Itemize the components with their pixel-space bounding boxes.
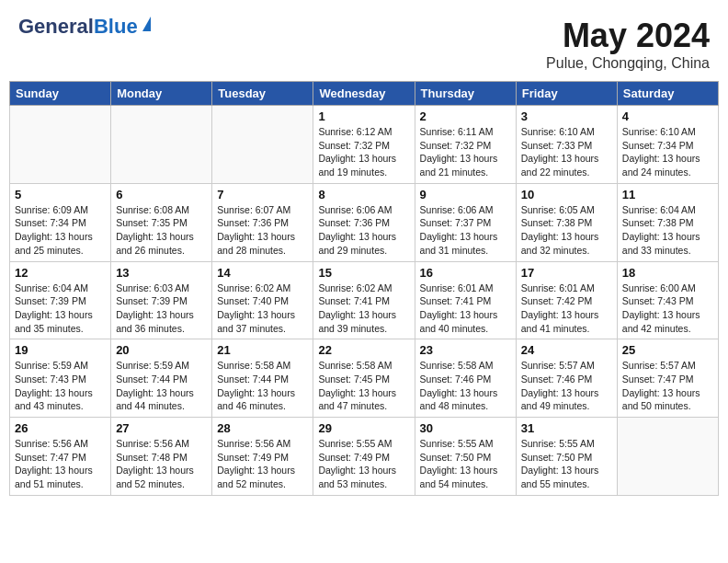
day-info: Sunrise: 5:59 AM Sunset: 7:43 PM Dayligh… xyxy=(15,359,106,413)
calendar-cell: 4Sunrise: 6:10 AM Sunset: 7:34 PM Daylig… xyxy=(617,106,718,184)
day-number: 5 xyxy=(15,188,106,201)
calendar-cell: 27Sunrise: 5:56 AM Sunset: 7:48 PM Dayli… xyxy=(111,418,212,496)
calendar-cell: 17Sunrise: 6:01 AM Sunset: 7:42 PM Dayli… xyxy=(516,261,617,339)
weekday-header-wednesday: Wednesday xyxy=(313,82,415,106)
calendar-cell: 2Sunrise: 6:11 AM Sunset: 7:32 PM Daylig… xyxy=(415,106,516,184)
weekday-header-tuesday: Tuesday xyxy=(212,82,313,106)
weekday-header-thursday: Thursday xyxy=(415,82,516,106)
day-info: Sunrise: 5:57 AM Sunset: 7:47 PM Dayligh… xyxy=(622,359,713,413)
calendar-cell: 25Sunrise: 5:57 AM Sunset: 7:47 PM Dayli… xyxy=(617,339,718,418)
logo: GeneralBlue xyxy=(18,17,142,37)
day-number: 10 xyxy=(521,188,612,201)
calendar-cell: 15Sunrise: 6:02 AM Sunset: 7:41 PM Dayli… xyxy=(313,261,415,339)
calendar-cell: 16Sunrise: 6:01 AM Sunset: 7:41 PM Dayli… xyxy=(415,261,516,339)
calendar-cell: 21Sunrise: 5:58 AM Sunset: 7:44 PM Dayli… xyxy=(212,339,313,418)
calendar-cell: 31Sunrise: 5:55 AM Sunset: 7:50 PM Dayli… xyxy=(516,418,617,496)
calendar-cell: 28Sunrise: 5:56 AM Sunset: 7:49 PM Dayli… xyxy=(212,418,313,496)
calendar-week-row: 26Sunrise: 5:56 AM Sunset: 7:47 PM Dayli… xyxy=(10,418,719,496)
calendar-cell: 24Sunrise: 5:57 AM Sunset: 7:46 PM Dayli… xyxy=(516,339,617,418)
calendar-cell xyxy=(617,418,718,496)
calendar-cell: 5Sunrise: 6:09 AM Sunset: 7:34 PM Daylig… xyxy=(10,183,111,261)
calendar-cell: 6Sunrise: 6:08 AM Sunset: 7:35 PM Daylig… xyxy=(111,183,212,261)
logo-blue-text: Blue xyxy=(94,15,138,38)
day-number: 25 xyxy=(622,343,713,357)
day-info: Sunrise: 6:04 AM Sunset: 7:38 PM Dayligh… xyxy=(622,203,713,258)
day-info: Sunrise: 5:56 AM Sunset: 7:47 PM Dayligh… xyxy=(15,437,106,491)
day-number: 9 xyxy=(420,188,511,201)
day-number: 24 xyxy=(521,343,612,357)
day-number: 20 xyxy=(116,343,207,357)
calendar-cell: 22Sunrise: 5:58 AM Sunset: 7:45 PM Dayli… xyxy=(313,339,415,418)
calendar-table: SundayMondayTuesdayWednesdayThursdayFrid… xyxy=(9,81,719,496)
day-number: 11 xyxy=(622,188,713,201)
calendar-cell: 9Sunrise: 6:06 AM Sunset: 7:37 PM Daylig… xyxy=(415,183,516,261)
page-header: GeneralBlue May 2024 Pulue, Chongqing, C… xyxy=(9,9,719,75)
calendar-cell: 13Sunrise: 6:03 AM Sunset: 7:39 PM Dayli… xyxy=(111,261,212,339)
location-subtitle: Pulue, Chongqing, China xyxy=(546,55,710,72)
calendar-week-row: 19Sunrise: 5:59 AM Sunset: 7:43 PM Dayli… xyxy=(10,339,719,418)
day-number: 8 xyxy=(318,188,409,201)
day-info: Sunrise: 6:03 AM Sunset: 7:39 PM Dayligh… xyxy=(116,282,207,336)
day-number: 19 xyxy=(15,343,106,357)
day-number: 27 xyxy=(116,421,207,435)
calendar-cell: 18Sunrise: 6:00 AM Sunset: 7:43 PM Dayli… xyxy=(617,261,718,339)
calendar-week-row: 5Sunrise: 6:09 AM Sunset: 7:34 PM Daylig… xyxy=(10,183,719,261)
day-info: Sunrise: 6:02 AM Sunset: 7:40 PM Dayligh… xyxy=(217,282,308,336)
calendar-cell: 14Sunrise: 6:02 AM Sunset: 7:40 PM Dayli… xyxy=(212,261,313,339)
weekday-header-saturday: Saturday xyxy=(617,82,718,106)
day-info: Sunrise: 6:10 AM Sunset: 7:34 PM Dayligh… xyxy=(622,125,713,179)
day-number: 22 xyxy=(318,343,409,357)
title-area: May 2024 Pulue, Chongqing, China xyxy=(546,17,710,72)
calendar-cell: 23Sunrise: 5:58 AM Sunset: 7:46 PM Dayli… xyxy=(415,339,516,418)
day-number: 14 xyxy=(217,266,308,280)
day-info: Sunrise: 5:55 AM Sunset: 7:50 PM Dayligh… xyxy=(521,437,612,491)
day-number: 15 xyxy=(318,266,409,280)
calendar-cell: 30Sunrise: 5:55 AM Sunset: 7:50 PM Dayli… xyxy=(415,418,516,496)
day-info: Sunrise: 5:55 AM Sunset: 7:50 PM Dayligh… xyxy=(420,437,511,491)
day-number: 29 xyxy=(318,421,409,435)
day-info: Sunrise: 6:04 AM Sunset: 7:39 PM Dayligh… xyxy=(15,282,106,336)
calendar-cell: 29Sunrise: 5:55 AM Sunset: 7:49 PM Dayli… xyxy=(313,418,415,496)
day-info: Sunrise: 5:58 AM Sunset: 7:45 PM Dayligh… xyxy=(318,359,409,413)
day-info: Sunrise: 6:06 AM Sunset: 7:36 PM Dayligh… xyxy=(318,203,409,258)
weekday-header-row: SundayMondayTuesdayWednesdayThursdayFrid… xyxy=(10,82,719,106)
day-info: Sunrise: 5:56 AM Sunset: 7:48 PM Dayligh… xyxy=(116,437,207,491)
calendar-cell: 10Sunrise: 6:05 AM Sunset: 7:38 PM Dayli… xyxy=(516,183,617,261)
calendar-cell: 26Sunrise: 5:56 AM Sunset: 7:47 PM Dayli… xyxy=(10,418,111,496)
day-info: Sunrise: 6:10 AM Sunset: 7:33 PM Dayligh… xyxy=(521,125,612,179)
day-number: 2 xyxy=(420,109,511,123)
day-info: Sunrise: 6:00 AM Sunset: 7:43 PM Dayligh… xyxy=(622,282,713,336)
day-info: Sunrise: 5:56 AM Sunset: 7:49 PM Dayligh… xyxy=(217,437,308,491)
calendar-cell xyxy=(10,106,111,184)
calendar-cell: 1Sunrise: 6:12 AM Sunset: 7:32 PM Daylig… xyxy=(313,106,415,184)
calendar-cell: 19Sunrise: 5:59 AM Sunset: 7:43 PM Dayli… xyxy=(10,339,111,418)
calendar-cell: 20Sunrise: 5:59 AM Sunset: 7:44 PM Dayli… xyxy=(111,339,212,418)
day-info: Sunrise: 6:01 AM Sunset: 7:41 PM Dayligh… xyxy=(420,282,511,336)
weekday-header-sunday: Sunday xyxy=(10,82,111,106)
calendar-cell xyxy=(111,106,212,184)
day-info: Sunrise: 5:57 AM Sunset: 7:46 PM Dayligh… xyxy=(521,359,612,413)
day-info: Sunrise: 6:11 AM Sunset: 7:32 PM Dayligh… xyxy=(420,125,511,179)
day-number: 31 xyxy=(521,421,612,435)
day-number: 6 xyxy=(116,188,207,201)
day-info: Sunrise: 5:58 AM Sunset: 7:44 PM Dayligh… xyxy=(217,359,308,413)
day-number: 3 xyxy=(521,109,612,123)
day-info: Sunrise: 6:01 AM Sunset: 7:42 PM Dayligh… xyxy=(521,282,612,336)
month-year-title: May 2024 xyxy=(546,17,710,55)
day-number: 1 xyxy=(318,109,409,123)
day-info: Sunrise: 6:12 AM Sunset: 7:32 PM Dayligh… xyxy=(318,125,409,179)
day-number: 12 xyxy=(15,266,106,280)
calendar-cell: 12Sunrise: 6:04 AM Sunset: 7:39 PM Dayli… xyxy=(10,261,111,339)
day-info: Sunrise: 5:59 AM Sunset: 7:44 PM Dayligh… xyxy=(116,359,207,413)
day-number: 16 xyxy=(420,266,511,280)
calendar-cell: 8Sunrise: 6:06 AM Sunset: 7:36 PM Daylig… xyxy=(313,183,415,261)
day-number: 21 xyxy=(217,343,308,357)
day-number: 18 xyxy=(622,266,713,280)
day-info: Sunrise: 6:08 AM Sunset: 7:35 PM Dayligh… xyxy=(116,203,207,258)
day-number: 23 xyxy=(420,343,511,357)
weekday-header-friday: Friday xyxy=(516,82,617,106)
day-info: Sunrise: 6:02 AM Sunset: 7:41 PM Dayligh… xyxy=(318,282,409,336)
day-number: 26 xyxy=(15,421,106,435)
day-number: 28 xyxy=(217,421,308,435)
calendar-cell: 7Sunrise: 6:07 AM Sunset: 7:36 PM Daylig… xyxy=(212,183,313,261)
